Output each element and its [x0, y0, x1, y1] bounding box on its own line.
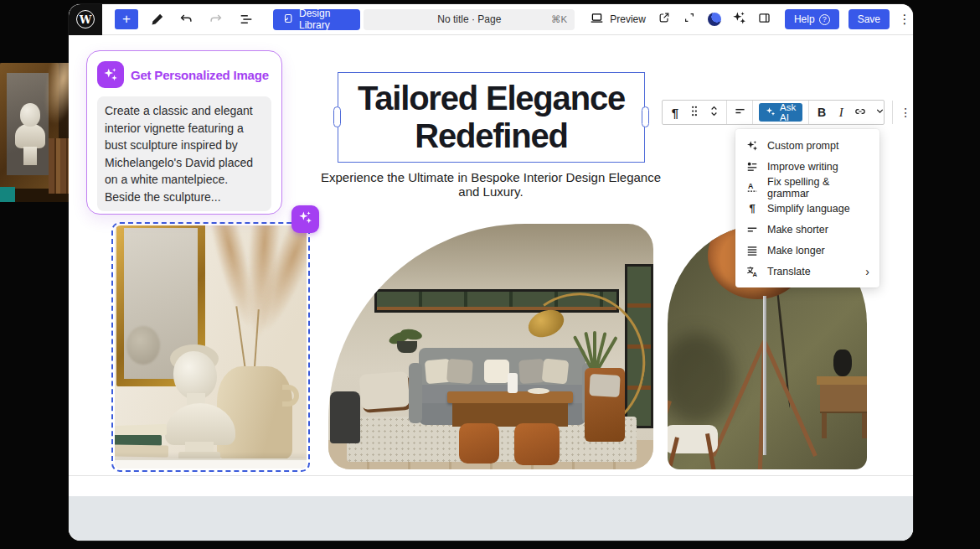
- ask-ai-group: Ask AI: [753, 101, 809, 124]
- svg-text:A: A: [753, 270, 758, 277]
- bust-pedestal: [23, 147, 37, 165]
- throw-pillow: [446, 359, 473, 384]
- ai-assistant-button[interactable]: [728, 9, 751, 29]
- menu-item-label: Fix spelling & grammar: [767, 176, 869, 199]
- gallery-image-mantel-selected[interactable]: [111, 222, 310, 472]
- preview-label: Preview: [610, 13, 646, 25]
- help-label: Help: [794, 13, 815, 25]
- bold-button[interactable]: B: [812, 102, 831, 122]
- edit-mode-button[interactable]: [146, 9, 169, 29]
- book-stack: [49, 138, 70, 194]
- wordpress-logo-button[interactable]: W: [69, 4, 102, 35]
- add-block-button[interactable]: +: [115, 9, 138, 29]
- menu-item-label: Custom prompt: [767, 140, 838, 152]
- command-k-shortcut: ⌘K: [551, 13, 567, 25]
- bust-head: [20, 103, 40, 127]
- canvas-bottom-divider: [69, 475, 913, 476]
- save-button[interactable]: Save: [848, 9, 890, 29]
- globe-icon: [708, 13, 721, 26]
- italic-button[interactable]: I: [832, 102, 850, 122]
- wordpress-logo-icon: W: [76, 10, 95, 28]
- black-vase: [833, 350, 852, 376]
- resize-handle-right[interactable]: [642, 106, 649, 127]
- menu-item-label: Make shorter: [767, 224, 828, 236]
- menu-item-custom-prompt[interactable]: Custom prompt: [735, 135, 879, 156]
- page-subtitle[interactable]: Experience the Ultimate in Bespoke Inter…: [315, 170, 667, 199]
- drag-handle[interactable]: [685, 102, 704, 122]
- editor-top-toolbar: W +: [69, 4, 913, 35]
- text-align-button[interactable]: [730, 102, 749, 122]
- mantel-photo: [115, 225, 307, 469]
- menu-item-translate[interactable]: A Translate ›: [735, 261, 879, 282]
- page-footer-section: [69, 496, 913, 541]
- sidebar-panel-icon: [757, 11, 771, 28]
- wordpress-editor-window: W +: [69, 4, 913, 541]
- question-mark-icon: ?: [819, 14, 830, 25]
- redo-button[interactable]: [204, 9, 228, 29]
- submenu-chevron-icon: ›: [865, 265, 869, 278]
- preview-button[interactable]: Preview: [585, 11, 651, 28]
- paragraph-icon: ¶: [745, 202, 759, 215]
- expand-icon: [683, 11, 696, 28]
- link-button[interactable]: [851, 102, 869, 122]
- gallery-image-living-room[interactable]: [328, 224, 653, 469]
- page-heading: Tailored Elegance Redefined: [338, 80, 644, 155]
- design-library-button[interactable]: Design Library: [273, 9, 360, 30]
- improve-writing-icon: [745, 160, 759, 174]
- document-title-bar[interactable]: No title · Page ⌘K: [364, 9, 575, 30]
- make-longer-icon: [745, 244, 759, 257]
- view-site-button[interactable]: [652, 9, 676, 29]
- desktop-background: W +: [0, 0, 980, 549]
- toolbar-right-group: Preview: [585, 9, 913, 29]
- wood-chair: [668, 403, 726, 469]
- menu-item-fix-spelling[interactable]: A Fix spelling & grammar: [735, 177, 879, 198]
- block-type-button[interactable]: ¶: [666, 102, 684, 122]
- popup-header: Get Personalized Image: [97, 61, 271, 88]
- ceramic-vase: [217, 366, 292, 460]
- resize-handle-left[interactable]: [333, 106, 341, 127]
- undo-button[interactable]: [174, 9, 198, 29]
- white-mantel-shelf: [115, 458, 307, 469]
- site-status-button[interactable]: [703, 9, 726, 29]
- ask-ai-button[interactable]: Ask AI: [759, 103, 802, 122]
- redo-icon: [209, 12, 224, 27]
- block-options-button[interactable]: ⋮: [896, 102, 913, 122]
- help-button[interactable]: Help ?: [785, 9, 839, 29]
- generate-image-ai-button[interactable]: [291, 205, 319, 233]
- sofa-arm: [409, 363, 422, 423]
- pencil-icon: [150, 12, 165, 27]
- options-menu-button[interactable]: ⋮: [896, 12, 913, 27]
- fullscreen-button[interactable]: [678, 9, 701, 29]
- heading-block-selected[interactable]: Tailored Elegance Redefined: [338, 72, 645, 163]
- throw-pillow: [518, 359, 545, 384]
- white-table-vase: [508, 373, 518, 393]
- menu-item-make-shorter[interactable]: Make shorter: [735, 219, 879, 240]
- menu-item-make-longer[interactable]: Make longer: [735, 240, 879, 261]
- make-shorter-icon: [745, 223, 759, 236]
- throw-pillow: [484, 360, 509, 383]
- table-bowl: [528, 388, 549, 394]
- leather-ottoman: [459, 423, 499, 464]
- align-left-icon: [733, 104, 747, 121]
- image-prompt-text[interactable]: Create a classic and elegant interior vi…: [97, 96, 271, 211]
- get-personalized-image-popup[interactable]: Get Personalized Image Create a classic …: [86, 50, 282, 215]
- menu-item-label: Improve writing: [767, 161, 838, 173]
- more-formats-button[interactable]: [870, 102, 889, 122]
- svg-text:A: A: [748, 182, 754, 190]
- book: [115, 444, 168, 457]
- black-stool: [330, 391, 360, 443]
- ai-sparkle-icon: [766, 106, 776, 118]
- menu-item-improve-writing[interactable]: Improve writing: [735, 156, 879, 177]
- ai-sparkle-icon: [97, 61, 124, 88]
- bust-reflection: [126, 326, 160, 365]
- menu-item-simplify-language[interactable]: ¶ Simplify language: [735, 198, 879, 219]
- chair-pillow: [589, 374, 620, 397]
- sparkles-icon: [732, 11, 746, 28]
- laptop-icon: [590, 11, 604, 28]
- settings-sidebar-button[interactable]: [753, 9, 776, 29]
- move-block-button[interactable]: [704, 102, 723, 122]
- list-view-button[interactable]: [235, 9, 258, 29]
- menu-item-label: Simplify language: [767, 203, 850, 215]
- menu-item-label: Make longer: [767, 245, 825, 256]
- block-format-toolbar: ¶: [662, 100, 885, 125]
